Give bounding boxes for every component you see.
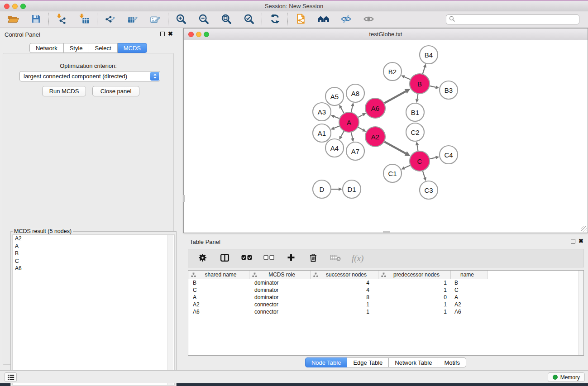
tab-network[interactable]: Network	[29, 43, 64, 53]
refresh-layout-button[interactable]	[268, 13, 282, 26]
network-canvas[interactable]: B4B2BB3A5A8A6B1A3AC2A1A2A4A7C4CC1C3DD1	[184, 40, 588, 233]
gear-button[interactable]	[196, 252, 208, 265]
node-table: shared nameMCDS rolesuccessor nodesprede…	[188, 270, 584, 356]
graph-node-label: C3	[424, 186, 433, 194]
graph-edge-C-C1[interactable]	[404, 165, 410, 168]
mcds-result-item[interactable]: A	[13, 243, 174, 250]
task-history-button[interactable]	[5, 372, 17, 382]
column-header-shared-name[interactable]: shared name	[188, 271, 249, 279]
cell-MCDS-role: dominator	[249, 286, 311, 294]
export-table-button[interactable]	[126, 13, 139, 26]
new-network-from-selection-button[interactable]	[294, 13, 307, 26]
graph-edge-arrowhead	[416, 99, 419, 103]
status-bar: Memory	[0, 370, 588, 383]
mcds-result-items: A2ABCA6	[13, 235, 174, 272]
delete-table-disabled-button[interactable]	[330, 252, 341, 265]
table-row[interactable]: Cdominator41C	[188, 286, 583, 294]
table-scrollbar[interactable]	[578, 271, 583, 355]
run-mcds-button[interactable]: Run MCDS	[42, 86, 86, 96]
mcds-result-item[interactable]: A6	[13, 265, 174, 272]
graph-edge-A-A8[interactable]	[351, 106, 353, 112]
graph-edge-A-A2[interactable]	[358, 127, 363, 130]
graph-edge-C-C4[interactable]	[430, 157, 435, 159]
graph-edge-A-A3[interactable]	[334, 116, 339, 118]
delete-table-disabled-icon	[330, 253, 341, 263]
criterion-dropdown[interactable]: largest connected component (directed)	[19, 71, 160, 81]
splitter-notch-bottom[interactable]	[383, 231, 390, 233]
cell-shared-name: A	[188, 294, 249, 301]
graph-node-label: A	[347, 119, 351, 126]
trash-button[interactable]	[307, 252, 319, 265]
float-table-panel-icon[interactable]	[571, 239, 575, 243]
import-network-button[interactable]	[55, 13, 68, 26]
memory-button[interactable]: Memory	[548, 372, 585, 382]
app-window: Session: New Session Control Panel ✖ Net…	[0, 0, 588, 383]
export-image-button[interactable]	[148, 13, 162, 26]
graph-edge-C-C2[interactable]	[417, 145, 418, 151]
mcds-result-item[interactable]: A2	[13, 235, 174, 243]
tab-style[interactable]: Style	[64, 43, 89, 53]
zoom-out-button[interactable]	[197, 13, 210, 26]
deselect-all-button[interactable]	[263, 252, 275, 265]
table-tab-edge-table[interactable]: Edge Table	[347, 357, 389, 367]
splitter-notch-left[interactable]	[183, 195, 185, 202]
tab-mcds[interactable]: MCDS	[118, 43, 147, 53]
zoom-in-button[interactable]	[174, 13, 188, 26]
network-window-titlebar: testGlobe.txt	[184, 29, 588, 40]
graph-edge-A2-C[interactable]	[384, 142, 406, 153]
table-tab-node-table[interactable]: Node Table	[305, 357, 348, 367]
search-field[interactable]	[446, 14, 579, 24]
first-neighbors-button[interactable]	[316, 13, 330, 26]
select-all-button[interactable]	[241, 252, 253, 265]
save-session-icon	[31, 14, 41, 25]
function-builder-button[interactable]: f(x)	[352, 253, 363, 263]
import-table-button[interactable]	[77, 13, 91, 26]
graph-edge-A6-B[interactable]	[384, 91, 406, 103]
column-header-predecessor-nodes[interactable]: predecessor nodes	[378, 271, 451, 279]
graph-edge-A-A7[interactable]	[351, 132, 353, 138]
graph-edge-B-B3[interactable]	[430, 86, 435, 87]
graph-edge-C-C3[interactable]	[423, 171, 425, 177]
mcds-result-item[interactable]: C	[13, 257, 174, 265]
table-header-row: shared nameMCDS rolesuccessor nodesprede…	[188, 271, 583, 279]
window-resize-grip[interactable]	[581, 226, 587, 232]
column-header-successor-nodes[interactable]: successor nodes	[311, 271, 378, 279]
close-panel-button[interactable]: Close panel	[92, 86, 139, 96]
graph-edge-B-B2[interactable]	[404, 77, 410, 80]
graph-node-label: D	[320, 186, 325, 193]
graph-edge-A-A1[interactable]	[334, 126, 339, 129]
result-list-scrollbar[interactable]	[167, 235, 173, 385]
column-header-name[interactable]: name	[451, 271, 488, 279]
tab-select[interactable]: Select	[89, 43, 118, 53]
table-tab-motifs[interactable]: Motifs	[438, 357, 466, 367]
close-table-panel-icon[interactable]: ✖	[578, 238, 583, 245]
graph-edge-A-A6[interactable]	[358, 115, 363, 118]
graph-edge-A-A5[interactable]	[341, 108, 344, 113]
table-row[interactable]: Bdominator41B	[188, 279, 583, 286]
main-toolbar	[0, 11, 588, 28]
graph-node-label: D1	[347, 186, 356, 193]
table-tab-network-table[interactable]: Network Table	[389, 357, 438, 367]
save-session-button[interactable]	[29, 13, 43, 26]
hide-selected-button[interactable]	[339, 13, 353, 26]
graph-edge-B-B4[interactable]	[423, 67, 425, 74]
columns-button[interactable]	[219, 252, 230, 265]
export-network-button[interactable]	[103, 13, 117, 26]
add-button[interactable]	[285, 252, 297, 265]
table-row[interactable]: A2connector11A2	[188, 301, 583, 308]
search-input[interactable]	[457, 16, 576, 23]
column-header-MCDS-role[interactable]: MCDS role	[249, 271, 311, 279]
mcds-result-item[interactable]: B	[13, 250, 174, 257]
float-panel-icon[interactable]	[160, 32, 165, 36]
cell-shared-name: B	[188, 279, 249, 286]
cell-predecessor-nodes: 1	[378, 286, 451, 294]
zoom-selected-button[interactable]	[242, 13, 256, 26]
graph-edge-B-B1[interactable]	[417, 94, 418, 100]
show-all-button[interactable]	[362, 13, 375, 26]
graph-edge-A-A4[interactable]	[341, 131, 344, 137]
table-row[interactable]: A6connector11A6	[188, 308, 583, 315]
close-panel-icon[interactable]: ✖	[168, 30, 173, 38]
table-row[interactable]: Adominator80A	[188, 294, 583, 301]
open-folder-button[interactable]	[6, 13, 20, 26]
zoom-fit-button[interactable]	[220, 13, 233, 26]
